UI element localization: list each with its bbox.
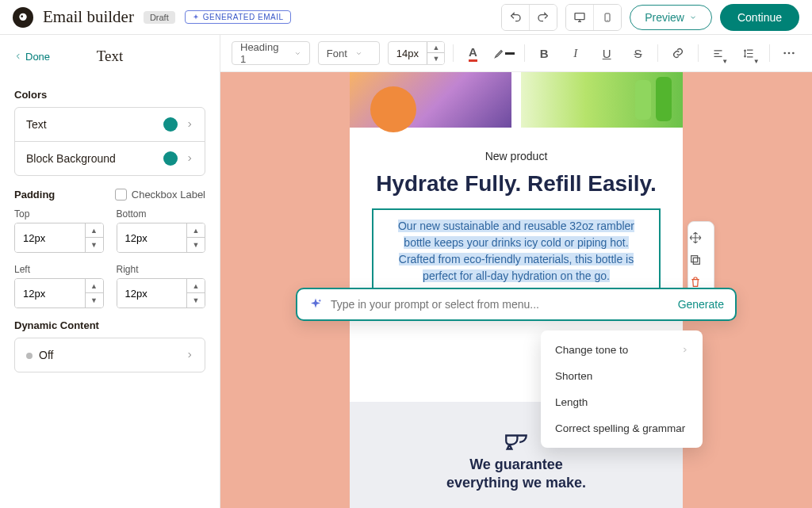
svg-point-6 [788,52,791,55]
dynamic-value: Off [39,349,53,361]
chevron-right-icon [681,346,688,353]
sidebar-back-button[interactable]: Done [14,51,50,63]
colors-section-label: Colors [14,89,205,101]
pad-right-field[interactable] [117,279,187,307]
hero-image-left [350,72,511,128]
sugg-correct-spelling[interactable]: Correct spelling & grammar [541,415,703,441]
desktop-preview-button[interactable] [566,5,593,30]
hero-images [350,72,683,128]
pad-bottom-field[interactable] [117,223,187,252]
top-bar: Email builder Draft GENERATED EMAIL Prev… [0,0,812,35]
more-button[interactable] [778,41,801,65]
font-value: Font [327,48,347,59]
stepper-down[interactable]: ▼ [86,293,103,307]
color-swatch [163,117,178,132]
sugg-label: Correct spelling & grammar [555,422,685,434]
sugg-length[interactable]: Length [541,389,703,415]
feature-title-line: everything we make. [446,475,586,491]
bold-button[interactable]: B [533,41,556,65]
stepper-up[interactable]: ▲ [187,279,205,293]
selected-text-block[interactable]: Our new sustainable and reusable 32oz ra… [372,208,661,294]
lineheight-button[interactable]: ▼ [737,41,760,65]
chevron-right-icon [186,155,193,162]
font-select[interactable]: Font [318,41,380,65]
sugg-label: Shorten [555,370,592,382]
stepper-up[interactable]: ▲ [187,223,205,238]
preview-button[interactable]: Preview [630,5,712,30]
highlight-color-button[interactable] [492,41,515,65]
app-title: Email builder [43,7,134,27]
svg-point-7 [792,52,795,55]
pad-left-input[interactable]: ▲▼ [14,278,104,308]
italic-button[interactable]: I [564,41,587,65]
stepper-down[interactable]: ▼ [187,238,205,252]
fontsize-input[interactable]: 14px ▲▼ [388,41,445,65]
sparkle-icon [192,13,200,21]
align-button[interactable]: ▼ [707,41,730,65]
pad-left-field[interactable] [15,279,85,307]
heading-select[interactable]: Heading 1 [232,41,310,65]
text-format-toolbar: Heading 1 Font 14px ▲▼ A B I U S ▼ ▼ [220,35,812,72]
strike-button[interactable]: S [626,41,649,65]
link-button[interactable] [666,41,689,65]
undo-button[interactable] [502,5,529,30]
checkbox-label-text: Checkbox Label [132,189,205,201]
svg-rect-8 [693,258,699,264]
pad-left-label: Left [14,264,104,275]
color-row-text[interactable]: Text [15,108,205,142]
color-row-bg-label: Block Background [26,152,116,165]
underline-button[interactable]: U [595,41,618,65]
svg-rect-2 [575,13,584,19]
sugg-label: Length [555,396,588,408]
ai-prompt-input[interactable] [331,298,670,311]
mobile-preview-button[interactable] [594,5,621,30]
pad-top-field[interactable] [15,223,85,252]
padding-section-label: Padding [14,189,55,201]
fontsize-value: 14px [389,42,427,64]
color-row-block-bg[interactable]: Block Background [15,142,205,175]
topbar-actions: Preview Continue [501,4,799,31]
sparkle-icon [308,297,323,311]
text-color-button[interactable]: A [462,41,485,65]
color-swatch [163,151,178,166]
padding-link-checkbox[interactable]: Checkbox Label [115,189,205,201]
kicker-text: New product [372,150,661,162]
sugg-change-tone[interactable]: Change tone to [541,337,703,363]
sidebar-title: Text [97,48,124,65]
stepper-up[interactable]: ▲ [427,42,445,53]
pad-right-label: Right [117,264,206,275]
dynamic-content-row[interactable]: Off [14,338,205,372]
duplicate-block-button[interactable] [689,249,713,271]
svg-point-5 [784,52,787,55]
status-dot-icon [26,353,33,359]
pad-top-input[interactable]: ▲▼ [14,223,104,253]
redo-button[interactable] [530,5,557,30]
stepper-up[interactable]: ▲ [86,223,103,238]
email-canvas[interactable]: New product Hydrate Fully. Refill Easily… [220,72,812,508]
checkbox-icon [115,189,127,201]
chevron-right-icon [186,120,193,128]
preview-label: Preview [645,11,684,24]
body-text: Our new sustainable and reusable 32oz ra… [398,220,634,282]
stepper-down[interactable]: ▼ [86,238,103,252]
stepper-down[interactable]: ▼ [187,293,205,307]
svg-point-0 [19,13,26,20]
color-row-text-label: Text [26,118,47,131]
stepper-up[interactable]: ▲ [86,279,103,293]
chevron-down-icon [355,50,362,57]
hero-image-right [521,72,683,128]
headline-text: Hydrate Fully. Refill Easily. [372,170,661,197]
move-block-button[interactable] [689,227,713,249]
svg-point-1 [21,15,23,17]
sugg-shorten[interactable]: Shorten [541,363,703,389]
pad-bottom-input[interactable]: ▲▼ [117,223,206,253]
continue-button[interactable]: Continue [720,4,799,31]
feature-title-line: We guarantee [469,456,563,472]
stepper-down[interactable]: ▼ [427,53,445,64]
pad-right-input[interactable]: ▲▼ [117,278,206,308]
pad-top-label: Top [14,208,104,220]
sidebar-back-label: Done [25,51,50,63]
generated-email-chip: GENERATED EMAIL [185,10,291,24]
chevron-down-icon [689,13,697,21]
ai-generate-button[interactable]: Generate [678,298,724,311]
